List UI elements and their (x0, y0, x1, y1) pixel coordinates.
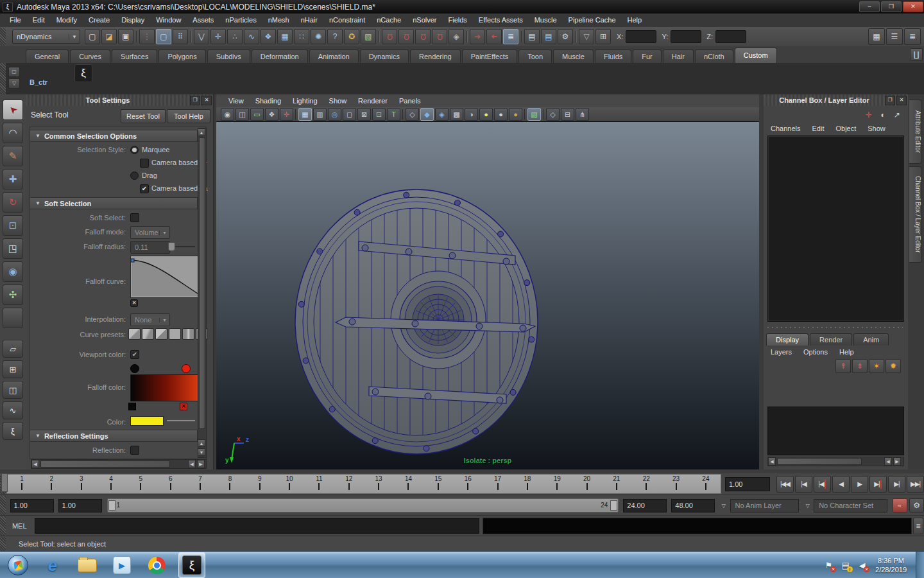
scroll-left-icon[interactable]: ◀ (31, 460, 39, 468)
menu-item-nmesh[interactable]: nMesh (262, 13, 295, 27)
chevron-down-icon[interactable]: ▽ (803, 503, 812, 509)
step-back-frame-button[interactable]: |◀ (795, 476, 812, 493)
all-lights-icon[interactable]: ● (509, 108, 522, 121)
taskbar-internet-explorer[interactable]: e (40, 553, 65, 577)
viewport-menu-renderer[interactable]: Renderer (352, 94, 393, 108)
playback-end-field[interactable] (623, 499, 667, 512)
menu-item-help[interactable]: Help (622, 13, 648, 27)
wireframe-on-shaded-icon[interactable]: ◈ (435, 108, 449, 121)
shelf-tab-fluids[interactable]: Fluids (595, 49, 631, 63)
channel-menu-edit[interactable]: Edit (806, 123, 830, 134)
menu-item-ncache[interactable]: nCache (371, 13, 407, 27)
shaded-icon[interactable]: ◆ (420, 108, 434, 121)
grid-icon[interactable]: ▦ (298, 108, 312, 121)
scroll-left-icon[interactable]: ◀ (188, 460, 196, 468)
shelf-item-bctr-icon[interactable]: ξ (74, 64, 92, 82)
menu-item-window[interactable]: Window (150, 13, 187, 27)
minimize-button[interactable]: – (859, 1, 880, 12)
viewport-menu-panels[interactable]: Panels (393, 94, 427, 108)
menu-item-fields[interactable]: Fields (442, 13, 472, 27)
select-tool[interactable]: ➤ (3, 100, 23, 120)
gate-mask-icon[interactable]: ◻ (343, 108, 356, 121)
shelf-tab-muscle[interactable]: Muscle (553, 49, 594, 63)
show-desktop-button[interactable] (916, 552, 924, 578)
channel-menu-channels[interactable]: Channels (765, 123, 806, 134)
share-view-icon[interactable]: ⋔ (576, 108, 589, 121)
falloff-mode-dropdown[interactable]: Volume ▼ (130, 226, 170, 239)
tab-attribute-editor[interactable]: Attribute Editor (909, 100, 922, 164)
camera-based-pan-checkbox[interactable]: ✔ (140, 184, 149, 193)
status-line-grip[interactable] (0, 28, 6, 46)
range-slider-grip[interactable] (0, 496, 6, 515)
shelf-item-bctr-label[interactable]: B_ctr (30, 78, 47, 86)
tab-display[interactable]: Display (766, 333, 809, 346)
panel-close-icon[interactable]: ✕ (896, 96, 907, 105)
menu-item-effects-assets[interactable]: Effects Assets (473, 13, 529, 27)
anim-layer-selector[interactable]: No Anim Layer (730, 499, 799, 512)
last-tool-used[interactable] (3, 308, 23, 328)
falloff-radius-field[interactable]: 0.11 (130, 241, 170, 254)
viewport-menu-show[interactable]: Show (323, 94, 353, 108)
render-settings-icon[interactable]: ⚙ (558, 29, 573, 44)
close-button[interactable]: ✕ (903, 1, 923, 12)
snap-grid-icon[interactable]: Ω (382, 29, 397, 44)
shelf-tab-ncloth[interactable]: nCloth (695, 49, 733, 63)
output-connections-icon[interactable]: ➜ (486, 29, 502, 44)
snap-curve-icon[interactable]: Ω (398, 29, 414, 44)
wireframe-icon[interactable]: ◇ (406, 108, 419, 121)
panel-float-icon[interactable]: ❐ (190, 96, 200, 105)
z-coordinate-field[interactable] (715, 30, 746, 43)
shelf-tab-animation[interactable]: Animation (309, 49, 359, 63)
shelf-tab-subdivs[interactable]: Subdivs (207, 49, 250, 63)
preset-flat[interactable] (169, 328, 181, 340)
shelf-tab-fur[interactable]: Fur (633, 49, 662, 63)
viewport-menu-lighting[interactable]: Lighting (287, 94, 323, 108)
action-center-icon[interactable]: ⚑✕ (823, 560, 834, 571)
preset-linear[interactable] (155, 328, 167, 340)
section-common-selection[interactable]: ▼ Common Selection Options (30, 130, 198, 142)
section-reflection-settings[interactable]: ▼ Reflection Settings (30, 430, 198, 442)
mask-misc-icon[interactable]: ? (327, 29, 343, 44)
safe-action-icon[interactable]: ⊡ (372, 108, 386, 121)
make-live-icon[interactable]: ◈ (449, 29, 464, 44)
mask-surfaces-icon[interactable]: ❖ (261, 29, 276, 44)
menu-item-nconstraint[interactable]: nConstraint (323, 13, 371, 27)
layer-hscrollbar[interactable]: ◀ ◀ ▶ (767, 457, 904, 466)
reflection-checkbox[interactable] (130, 446, 139, 455)
safe-title-icon[interactable]: T (387, 108, 400, 121)
shelf-tab-hair[interactable]: Hair (663, 49, 694, 63)
maximize-button[interactable]: ❐ (881, 1, 902, 12)
layer-menu-help[interactable]: Help (834, 346, 860, 358)
chevron-down-icon[interactable]: ▽ (719, 503, 728, 509)
rotate-tool[interactable]: ↻ (3, 192, 23, 213)
soft-modification-tool[interactable]: ◉ (3, 261, 23, 282)
animation-preferences-icon[interactable]: ⚙ (909, 498, 924, 512)
falloff-color-stop-black[interactable] (130, 364, 139, 373)
select-component-icon[interactable]: ⠿ (173, 29, 188, 44)
scroll-right-icon[interactable]: ▶ (893, 457, 901, 466)
paint-selection-tool[interactable]: ✎ (3, 146, 23, 166)
playback-start-field[interactable] (58, 499, 102, 512)
snap-point-icon[interactable]: Ω (415, 29, 431, 44)
select-camera-icon[interactable]: ◉ (221, 108, 234, 121)
command-feedback-field[interactable] (483, 518, 912, 534)
go-to-end-button[interactable]: ▶▶| (907, 476, 924, 493)
layer-list-empty[interactable] (767, 407, 904, 455)
auto-keyframe-icon[interactable]: ♀ (893, 498, 907, 512)
shelf-menu-button[interactable]: ▽ (8, 78, 20, 89)
default-light-icon[interactable]: ● (479, 108, 493, 121)
falloff-radius-slider-thumb[interactable] (168, 242, 175, 251)
range-slider[interactable]: 1 24 (107, 498, 619, 512)
tool-help-button[interactable]: Tool Help (167, 109, 210, 123)
show-manipulator-tool[interactable]: ✣ (3, 285, 23, 305)
scroll-left-icon[interactable]: ◀ (884, 457, 892, 466)
x-coordinate-field[interactable] (626, 30, 656, 43)
textured-icon[interactable]: ▩ (450, 108, 463, 121)
falloff-color-ramp[interactable] (130, 374, 198, 401)
step-forward-frame-button[interactable]: ▶| (888, 476, 905, 493)
soft-select-checkbox[interactable] (130, 213, 139, 222)
menu-item-muscle[interactable]: Muscle (529, 13, 563, 27)
select-object-icon[interactable]: ▢ (156, 29, 171, 44)
ipr-render-icon[interactable]: ▤ (541, 29, 556, 44)
taskbar-chrome[interactable] (144, 553, 169, 577)
